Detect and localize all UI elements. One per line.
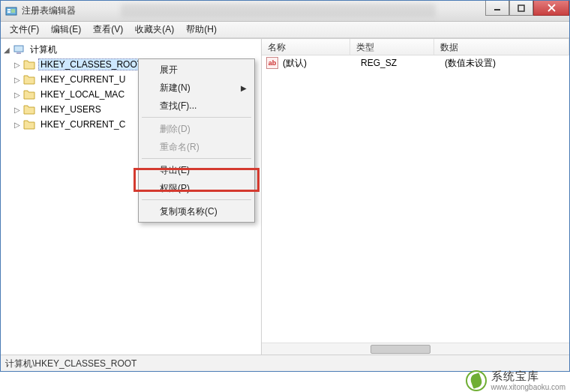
string-value-icon: ab — [266, 57, 278, 69]
statusbar: 计算机\HKEY_CLASSES_ROOT — [1, 355, 569, 371]
col-type[interactable]: 类型 — [350, 39, 434, 55]
menu-file[interactable]: 文件(F) — [4, 22, 45, 37]
watermark-text: 系统宝库 www.xitongbaoku.com — [491, 370, 566, 391]
list-header: 名称 类型 数据 — [262, 39, 569, 55]
svg-rect-3 — [11, 9, 15, 13]
folder-icon — [23, 89, 35, 100]
titlebar: 注册表编辑器 — [1, 1, 569, 22]
menu-help[interactable]: 帮助(H) — [180, 22, 223, 37]
folder-icon — [23, 59, 35, 70]
tree-root-label: 计算机 — [28, 43, 59, 57]
minimize-button[interactable] — [485, 1, 509, 16]
watermark-line1: 系统宝库 — [491, 370, 566, 383]
tree-root[interactable]: ◢ 计算机 — [2, 42, 260, 57]
regedit-window: 注册表编辑器 文件(F) 编辑(E) 查看(V) 收藏夹(A) 帮助(H) ◢ — [0, 0, 570, 372]
folder-icon — [23, 119, 35, 130]
cm-export[interactable]: 导出(E) — [140, 161, 253, 179]
cm-permissions[interactable]: 权限(P)... — [140, 179, 253, 197]
tree-item-label: HKEY_CURRENT_U — [38, 73, 128, 85]
tree-item-label: HKEY_LOCAL_MAC — [38, 88, 127, 100]
tree-item-label: HKEY_CLASSES_ROOT — [38, 58, 145, 70]
expander-icon[interactable]: ▷ — [13, 60, 22, 69]
scroll-thumb[interactable] — [370, 345, 430, 354]
value-name: (默认) — [283, 57, 361, 70]
col-name[interactable]: 名称 — [262, 39, 350, 55]
svg-rect-1 — [8, 9, 10, 10]
maximize-icon — [518, 4, 525, 12]
menu-view[interactable]: 查看(V) — [87, 22, 129, 37]
submenu-arrow-icon: ▶ — [241, 84, 247, 92]
tree-item-label: HKEY_CURRENT_C — [38, 118, 128, 130]
close-icon — [548, 4, 556, 12]
svg-rect-5 — [518, 5, 524, 11]
list-row[interactable]: ab (默认) REG_SZ (数值未设置) — [262, 55, 569, 70]
regedit-icon — [5, 5, 17, 17]
cm-delete: 删除(D) — [140, 120, 253, 138]
folder-icon — [23, 104, 35, 115]
cm-separator — [142, 199, 251, 200]
watermark-line2: www.xitongbaoku.com — [491, 383, 566, 391]
computer-icon — [13, 43, 25, 55]
window-controls — [485, 1, 569, 16]
expander-icon[interactable]: ▷ — [13, 105, 22, 114]
expander-icon[interactable]: ▷ — [13, 120, 22, 129]
list-body[interactable]: ab (默认) REG_SZ (数值未设置) — [262, 55, 569, 343]
expander-icon[interactable]: ◢ — [2, 45, 11, 54]
cm-copy-key-name[interactable]: 复制项名称(C) — [140, 202, 253, 220]
value-type: REG_SZ — [361, 58, 445, 68]
menubar: 文件(F) 编辑(E) 查看(V) 收藏夹(A) 帮助(H) — [1, 22, 569, 38]
cm-rename: 重命名(R) — [140, 138, 253, 156]
status-path: 计算机\HKEY_CLASSES_ROOT — [5, 358, 136, 369]
close-button[interactable] — [533, 1, 569, 16]
minimize-icon — [494, 4, 501, 12]
cm-expand[interactable]: 展开 — [140, 61, 253, 79]
window-title: 注册表编辑器 — [22, 4, 76, 17]
svg-rect-2 — [8, 11, 10, 13]
menu-favorites[interactable]: 收藏夹(A) — [129, 22, 180, 37]
value-data: (数值未设置) — [445, 57, 569, 70]
watermark-leaf-icon — [466, 370, 487, 391]
cm-separator — [142, 117, 251, 118]
tree-item-label: HKEY_USERS — [38, 103, 104, 115]
cm-find[interactable]: 查找(F)... — [140, 97, 253, 115]
expander-icon[interactable]: ▷ — [13, 75, 22, 84]
expander-icon[interactable]: ▷ — [13, 90, 22, 99]
list-pane: 名称 类型 数据 ab (默认) REG_SZ (数值未设置) — [262, 39, 569, 355]
horizontal-scrollbar[interactable] — [262, 343, 569, 355]
col-data[interactable]: 数据 — [434, 39, 569, 55]
svg-rect-8 — [14, 46, 23, 52]
svg-rect-9 — [16, 52, 21, 54]
maximize-button[interactable] — [509, 1, 533, 16]
cm-new-label: 新建(N) — [160, 82, 190, 94]
cm-new[interactable]: 新建(N) ▶ — [140, 79, 253, 97]
menu-edit[interactable]: 编辑(E) — [45, 22, 87, 37]
watermark: 系统宝库 www.xitongbaoku.com — [466, 370, 566, 391]
content-area: ◢ 计算机 ▷ HKEY_CLASSES_ROOT ▷ HKEY_CURRENT… — [1, 38, 569, 355]
blurred-area — [121, 4, 436, 17]
cm-separator — [142, 158, 251, 159]
context-menu: 展开 新建(N) ▶ 查找(F)... 删除(D) 重命名(R) 导出(E) 权… — [138, 58, 255, 223]
folder-icon — [23, 74, 35, 85]
